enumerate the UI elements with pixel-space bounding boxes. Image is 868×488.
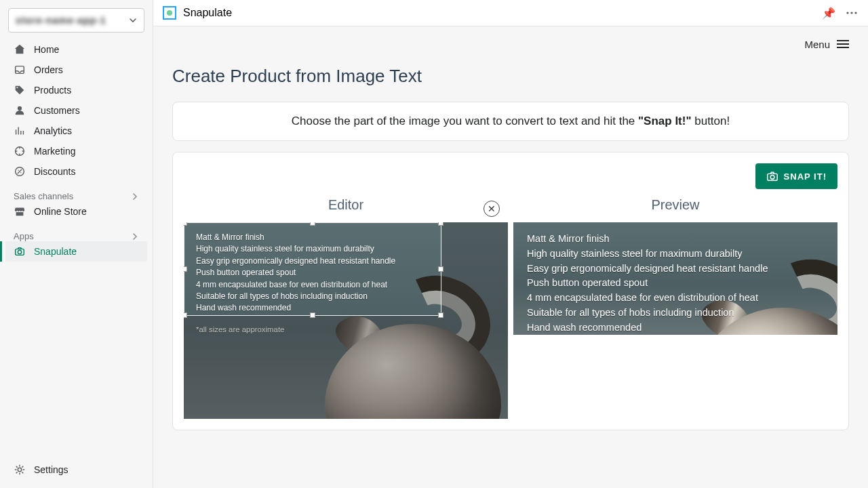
more-icon[interactable]: [845, 6, 859, 20]
crop-handle-tl[interactable]: [184, 222, 187, 226]
main-content: Snapulate 📌 Menu Create Product from Ima…: [153, 0, 868, 488]
camera-icon: [766, 170, 778, 182]
crop-selection[interactable]: [184, 222, 441, 316]
editor-card: SNAP IT! Editor ✕ Mat: [172, 152, 849, 430]
nav-customers[interactable]: Customers: [5, 100, 147, 121]
svg-point-10: [770, 175, 774, 179]
svg-point-8: [854, 12, 856, 14]
editor-image[interactable]: Matt & Mirror finish High quality stainl…: [184, 222, 508, 419]
nav-home[interactable]: Home: [5, 39, 147, 60]
crop-handle-tr[interactable]: [438, 222, 443, 226]
nav-label: Settings: [34, 464, 68, 475]
topbar: Snapulate 📌: [153, 0, 868, 26]
menu-label: Menu: [804, 39, 830, 50]
apps-section[interactable]: Apps: [5, 231, 147, 241]
sales-channels-section[interactable]: Sales channels: [5, 191, 147, 201]
nav-label: Snapulate: [34, 246, 77, 257]
preview-title: Preview: [513, 197, 837, 213]
editor-title: Editor: [184, 197, 508, 213]
svg-point-7: [850, 12, 852, 14]
nav-label: Marketing: [34, 146, 75, 157]
crop-handle-ml[interactable]: [184, 266, 187, 272]
crop-handle-tm[interactable]: [310, 222, 315, 226]
crop-handle-bm[interactable]: [310, 312, 315, 318]
preview-pane: Preview Matt & Mirror finish High qualit…: [513, 197, 837, 419]
analytics-icon: [14, 125, 26, 137]
nav-label: Discounts: [34, 166, 75, 177]
chevron-down-icon: [129, 16, 137, 24]
svg-point-4: [18, 250, 21, 253]
instruction-banner: Choose the part of the image you want to…: [172, 102, 849, 141]
crop-handle-bl[interactable]: [184, 312, 187, 318]
app-logo: [163, 6, 176, 20]
preview-overlay-text: Matt & Mirror finish High quality stainl…: [527, 232, 768, 335]
preview-image: Matt & Mirror finish High quality stainl…: [513, 222, 837, 335]
snap-it-button[interactable]: SNAP IT!: [755, 163, 837, 189]
editor-pane: Editor ✕ Matt & Mirror finish High quali…: [184, 197, 508, 419]
clear-crop-button[interactable]: ✕: [484, 201, 500, 217]
hamburger-icon[interactable]: [837, 40, 849, 48]
nav-discounts[interactable]: Discounts: [5, 161, 147, 182]
nav-label: Products: [34, 85, 71, 96]
sidebar: store-name-app-1 Home Orders Products Cu…: [0, 0, 153, 488]
nav-snapulate[interactable]: Snapulate: [5, 241, 147, 262]
svg-point-6: [846, 12, 848, 14]
inbox-icon: [14, 64, 26, 76]
home-icon: [14, 43, 26, 56]
nav-marketing[interactable]: Marketing: [5, 141, 147, 161]
banner-text-bold: "Snap It!": [638, 115, 691, 127]
crop-handle-mr[interactable]: [438, 266, 443, 272]
nav-analytics[interactable]: Analytics: [5, 121, 147, 141]
nav-online-store[interactable]: Online Store: [5, 201, 147, 222]
nav-label: Home: [34, 44, 59, 55]
crop-handle-br[interactable]: [438, 312, 443, 318]
section-label: Sales channels: [14, 191, 73, 201]
banner-text-pre: Choose the part of the image you want to…: [292, 115, 638, 127]
app-name: Snapulate: [183, 7, 232, 19]
nav-label: Online Store: [34, 206, 87, 217]
nav-label: Customers: [34, 105, 80, 116]
snap-button-label: SNAP IT!: [784, 171, 827, 182]
banner-text-post: button!: [692, 115, 730, 127]
pin-icon[interactable]: 📌: [822, 7, 835, 20]
target-icon: [14, 145, 26, 157]
svg-point-5: [18, 468, 21, 471]
tag-icon: [14, 84, 26, 96]
app-menubar: Menu: [153, 26, 868, 62]
gear-icon: [14, 464, 26, 476]
chevron-right-icon: [131, 232, 139, 241]
chevron-right-icon: [131, 192, 139, 201]
section-label: Apps: [14, 231, 34, 241]
nav-label: Orders: [34, 64, 63, 75]
person-icon: [14, 104, 26, 117]
nav-label: Analytics: [34, 125, 72, 136]
store-name-blurred: store-name-app-1: [16, 15, 106, 26]
close-icon: ✕: [488, 203, 496, 214]
discount-icon: [14, 165, 26, 178]
page-title: Create Product from Image Text: [172, 66, 849, 87]
nav-products[interactable]: Products: [5, 80, 147, 100]
nav-orders[interactable]: Orders: [5, 60, 147, 80]
nav-settings[interactable]: Settings: [5, 460, 147, 480]
store-icon: [14, 205, 26, 218]
camera-icon: [14, 245, 26, 258]
store-selector[interactable]: store-name-app-1: [8, 8, 144, 33]
